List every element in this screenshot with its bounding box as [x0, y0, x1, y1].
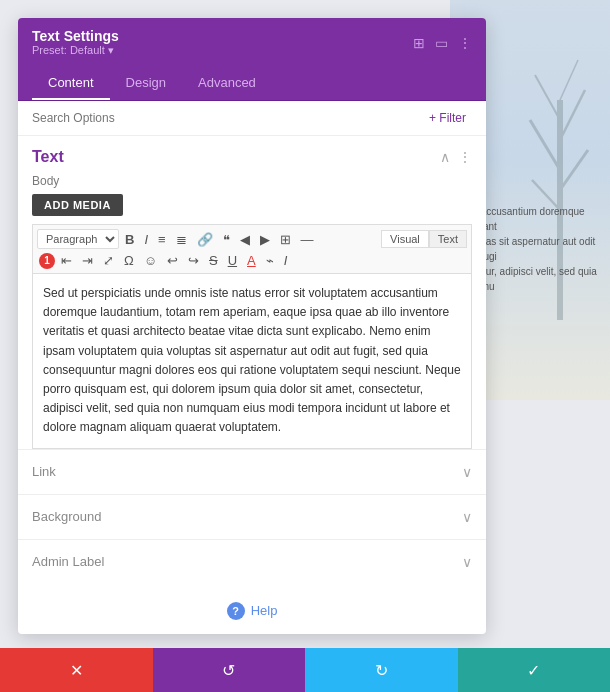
tab-content[interactable]: Content: [32, 67, 110, 100]
text-mode-button[interactable]: Text: [429, 230, 467, 248]
background-section[interactable]: Background ∨: [18, 494, 486, 539]
help-section[interactable]: ? Help: [18, 584, 486, 634]
svg-line-4: [560, 60, 578, 100]
editor-text: Sed ut perspiciatis unde omnis iste natu…: [43, 286, 461, 434]
highlight-button[interactable]: ⌁: [262, 252, 278, 269]
section-header: Text ∧ ⋮: [18, 136, 486, 172]
format-select[interactable]: Paragraph Heading 1 Heading 2: [37, 229, 119, 249]
outdent-button[interactable]: ⇤: [57, 252, 76, 269]
section-controls: ∧ ⋮: [440, 149, 472, 165]
more-icon[interactable]: ⋮: [458, 35, 472, 51]
link-label: Link: [32, 464, 56, 479]
confirm-button[interactable]: ✓: [458, 648, 611, 692]
background-chevron-icon: ∨: [462, 509, 472, 525]
columns-icon[interactable]: ▭: [435, 35, 448, 51]
panel-preset[interactable]: Preset: Default ▾: [32, 44, 119, 57]
cancel-button[interactable]: ✕: [0, 648, 153, 692]
fullscreen-button[interactable]: ⤢: [99, 252, 118, 269]
admin-label-chevron-icon: ∨: [462, 554, 472, 570]
section-more-icon[interactable]: ⋮: [458, 149, 472, 165]
svg-line-5: [560, 150, 588, 190]
hr-button[interactable]: —: [297, 231, 318, 248]
help-icon: ?: [227, 602, 245, 620]
add-media-button[interactable]: ADD MEDIA: [32, 194, 123, 216]
undo-button[interactable]: ↺: [153, 648, 306, 692]
tab-bar: Content Design Advanced: [18, 67, 486, 101]
svg-line-3: [535, 75, 560, 120]
filter-button[interactable]: + Filter: [423, 109, 472, 127]
svg-line-2: [560, 90, 585, 140]
color-button[interactable]: A: [243, 252, 260, 269]
link-chevron-icon: ∨: [462, 464, 472, 480]
grid-icon[interactable]: ⊞: [413, 35, 425, 51]
bottom-bar: ✕ ↺ ↻ ✓: [0, 648, 610, 692]
search-bar: + Filter: [18, 101, 486, 136]
tab-advanced[interactable]: Advanced: [182, 67, 272, 100]
link-section[interactable]: Link ∨: [18, 449, 486, 494]
align-right-button[interactable]: ▶: [256, 231, 274, 248]
background-label: Background: [32, 509, 101, 524]
admin-label-section[interactable]: Admin Label ∨: [18, 539, 486, 584]
italic2-button[interactable]: I: [280, 252, 292, 269]
ordered-list-button[interactable]: ≣: [172, 231, 191, 248]
help-label: Help: [251, 603, 278, 618]
table-button[interactable]: ⊞: [276, 231, 295, 248]
toolbar-row-1: Paragraph Heading 1 Heading 2 B I ≡ ≣ 🔗 …: [37, 229, 467, 249]
body-label: Body: [18, 172, 486, 194]
tab-design[interactable]: Design: [110, 67, 182, 100]
section-title: Text: [32, 148, 64, 166]
collapse-icon[interactable]: ∧: [440, 149, 450, 165]
visual-mode-button[interactable]: Visual: [381, 230, 429, 248]
indent-button[interactable]: ⇥: [78, 252, 97, 269]
align-left-button[interactable]: ◀: [236, 231, 254, 248]
panel-header: Text Settings Preset: Default ▾ ⊞ ▭ ⋮: [18, 18, 486, 67]
bold-button[interactable]: B: [121, 231, 138, 248]
undo-editor-button[interactable]: ↩: [163, 252, 182, 269]
strikethrough-button[interactable]: S: [205, 252, 222, 269]
underline-button[interactable]: U: [224, 252, 241, 269]
redo-button[interactable]: ↻: [305, 648, 458, 692]
special-char-button[interactable]: Ω: [120, 252, 138, 269]
link-button[interactable]: 🔗: [193, 231, 217, 248]
header-title-area: Text Settings Preset: Default ▾: [32, 28, 119, 57]
toolbar-row-2: 1 ⇤ ⇥ ⤢ Ω ☺ ↩ ↪ S U A ⌁ I: [37, 252, 467, 269]
redo-editor-button[interactable]: ↪: [184, 252, 203, 269]
visual-text-toggle: Visual Text: [381, 230, 467, 248]
editor-content[interactable]: Sed ut perspiciatis unde omnis iste natu…: [32, 273, 472, 449]
settings-panel: Text Settings Preset: Default ▾ ⊞ ▭ ⋮ Co…: [18, 18, 486, 634]
admin-label-text: Admin Label: [32, 554, 104, 569]
emoji-button[interactable]: ☺: [140, 252, 161, 269]
editor-toolbar: Paragraph Heading 1 Heading 2 B I ≡ ≣ 🔗 …: [32, 224, 472, 273]
blockquote-button[interactable]: ❝: [219, 231, 234, 248]
svg-line-1: [530, 120, 560, 170]
red-indicator: 1: [39, 253, 55, 269]
panel-title: Text Settings: [32, 28, 119, 44]
header-actions: ⊞ ▭ ⋮: [413, 35, 472, 51]
text-section: Text ∧ ⋮ Body ADD MEDIA Paragraph Headin…: [18, 136, 486, 449]
unordered-list-button[interactable]: ≡: [154, 231, 170, 248]
italic-button[interactable]: I: [140, 231, 152, 248]
search-input[interactable]: [32, 111, 423, 125]
